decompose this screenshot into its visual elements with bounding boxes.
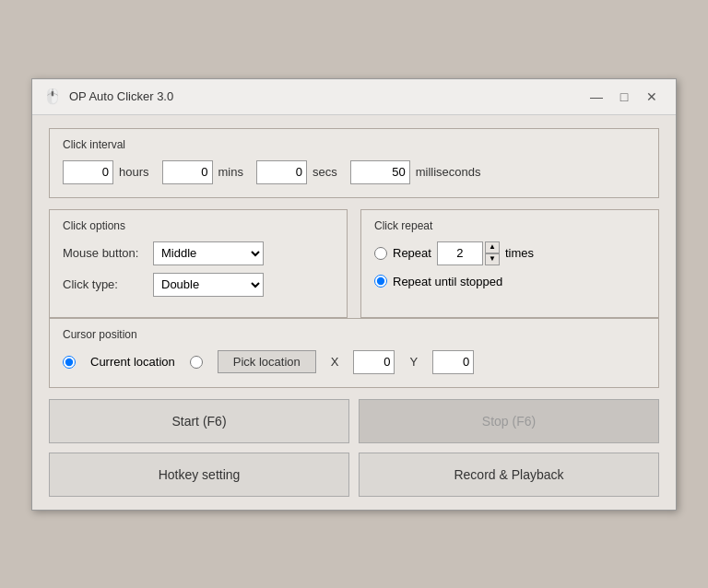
secs-input[interactable]: [256, 160, 307, 184]
current-location-radio[interactable]: [63, 356, 76, 369]
mins-label: mins: [218, 165, 243, 179]
mouse-button-select[interactable]: Middle Left Right: [153, 241, 264, 265]
click-interval-title: Click interval: [63, 138, 645, 151]
spin-down-button[interactable]: ▼: [485, 253, 500, 265]
interval-row: hours mins secs milliseconds: [63, 160, 645, 184]
stop-button[interactable]: Stop (F6): [359, 399, 659, 443]
middle-sections: Click options Mouse button: Middle Left …: [49, 209, 659, 318]
click-options-section: Click options Mouse button: Middle Left …: [49, 209, 348, 318]
click-repeat-title: Click repeat: [374, 219, 645, 232]
repeat-until-row: Repeat until stopped: [374, 275, 645, 288]
repeat-times-label: Repeat: [393, 246, 431, 260]
mins-input[interactable]: [162, 160, 213, 184]
click-repeat-section: Click repeat Repeat ▲ ▼ times Re: [360, 209, 659, 318]
repeat-count-input[interactable]: [437, 241, 483, 265]
click-interval-section: Click interval hours mins secs milliseco…: [49, 128, 659, 198]
repeat-until-radio[interactable]: [374, 275, 387, 288]
record-playback-button[interactable]: Record & Playback: [359, 453, 659, 497]
x-label: X: [331, 355, 339, 369]
x-input[interactable]: [353, 350, 395, 374]
click-type-row: Click type: Double Single: [63, 273, 334, 297]
click-options-title: Click options: [63, 219, 334, 232]
main-window: 🖱️ OP Auto Clicker 3.0 — □ ✕ Click inter…: [31, 78, 677, 511]
cursor-position-section: Cursor position Current location Pick lo…: [49, 318, 659, 388]
y-label: Y: [409, 355, 418, 369]
hours-input[interactable]: [63, 160, 113, 184]
window-controls: — □ ✕: [584, 87, 665, 107]
click-type-label: Click type:: [63, 277, 146, 291]
start-button[interactable]: Start (F6): [49, 399, 349, 443]
cursor-row: Current location Pick location X Y: [63, 350, 645, 374]
cursor-position-title: Cursor position: [63, 328, 645, 341]
pick-location-button[interactable]: Pick location: [218, 350, 316, 373]
hours-label: hours: [119, 165, 149, 179]
repeat-until-label: Repeat until stopped: [393, 275, 502, 288]
window-title: OP Auto Clicker 3.0: [69, 89, 576, 103]
current-location-label: Current location: [90, 355, 175, 369]
main-content: Click interval hours mins secs milliseco…: [32, 115, 676, 510]
maximize-button[interactable]: □: [611, 87, 637, 107]
click-type-select[interactable]: Double Single: [153, 273, 264, 297]
ms-input[interactable]: [350, 160, 410, 184]
ms-label: milliseconds: [416, 165, 481, 179]
y-input[interactable]: [432, 350, 474, 374]
hotkey-button[interactable]: Hotkey setting: [49, 453, 349, 497]
repeat-row: Repeat ▲ ▼ times: [374, 241, 645, 265]
mouse-button-label: Mouse button:: [63, 246, 146, 260]
spin-buttons: ▲ ▼: [485, 241, 500, 265]
secs-label: secs: [313, 165, 337, 179]
action-buttons: Start (F6) Stop (F6) Hotkey setting Reco…: [49, 399, 659, 497]
times-label: times: [505, 246, 534, 260]
mouse-button-row: Mouse button: Middle Left Right: [63, 241, 334, 265]
close-button[interactable]: ✕: [639, 87, 665, 107]
spin-up-button[interactable]: ▲: [485, 241, 500, 253]
minimize-button[interactable]: —: [584, 87, 609, 107]
title-bar: 🖱️ OP Auto Clicker 3.0 — □ ✕: [32, 79, 676, 115]
pick-location-radio[interactable]: [190, 356, 203, 369]
repeat-times-radio[interactable]: [374, 247, 387, 260]
repeat-spinner: ▲ ▼: [437, 241, 500, 265]
app-icon: 🖱️: [43, 88, 62, 105]
